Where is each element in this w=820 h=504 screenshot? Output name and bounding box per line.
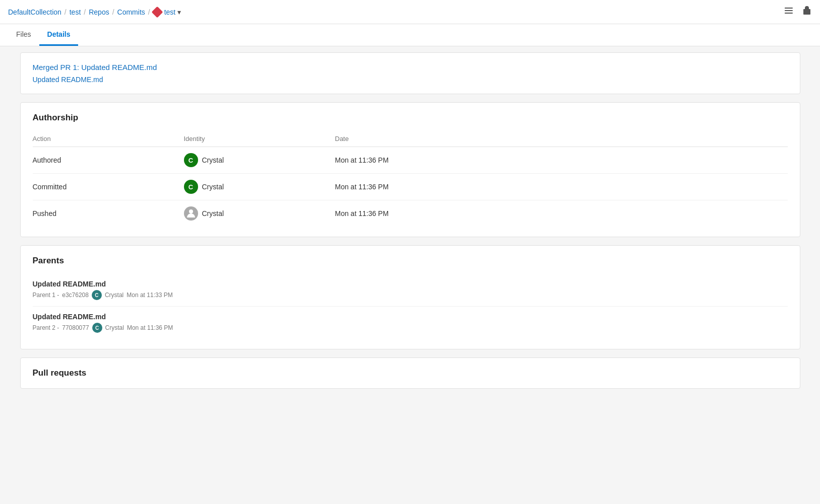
- identity-name: Crystal: [202, 209, 224, 218]
- avatar-small: C: [92, 290, 102, 300]
- breadcrumb-collection[interactable]: DefaultCollection: [8, 8, 61, 16]
- authorship-card: Authorship Action Identity Date Authored…: [20, 102, 800, 237]
- sep2: /: [84, 8, 86, 16]
- breadcrumb-repos[interactable]: Repos: [89, 8, 109, 16]
- commit-title[interactable]: Merged PR 1: Updated README.md: [33, 63, 788, 71]
- parent-commit-title[interactable]: Updated README.md: [33, 313, 788, 321]
- svg-rect-5: [785, 13, 787, 14]
- identity-name: Crystal: [202, 156, 224, 164]
- authorship-action: Authored: [33, 147, 184, 174]
- topbar-actions: [784, 6, 812, 18]
- breadcrumb-project[interactable]: test: [70, 8, 81, 16]
- breadcrumb: DefaultCollection / test / Repos / Commi…: [8, 8, 181, 16]
- parents-list: Updated README.md Parent 1 - e3c76208 C …: [33, 274, 788, 339]
- parent-hash[interactable]: 77080077: [62, 324, 89, 331]
- identity-name: Crystal: [202, 183, 224, 191]
- pull-requests-title: Pull requests: [33, 368, 788, 378]
- parent-date: Mon at 11:33 PM: [127, 292, 172, 299]
- breadcrumb-commits[interactable]: Commits: [117, 8, 145, 16]
- avatar: [184, 206, 198, 221]
- col-header-date: Date: [335, 131, 788, 147]
- authorship-table: Action Identity Date AuthoredCCrystalMon…: [33, 131, 788, 227]
- parent-meta: Parent 2 - 77080077 C Crystal Mon at 11:…: [33, 323, 788, 333]
- authorship-row: Pushed CrystalMon at 11:36 PM: [33, 200, 788, 227]
- parent-item: Updated README.md Parent 2 - 77080077 C …: [33, 307, 788, 339]
- list-icon[interactable]: [784, 6, 794, 18]
- repo-branch-wrapper[interactable]: test ▾: [153, 8, 181, 16]
- authorship-identity: CCrystal: [184, 147, 335, 174]
- tab-files[interactable]: Files: [8, 24, 39, 46]
- authorship-date: Mon at 11:36 PM: [335, 147, 788, 174]
- avatar: C: [184, 180, 198, 194]
- authorship-action: Committed: [33, 174, 184, 200]
- authorship-action: Pushed: [33, 200, 184, 227]
- tabs-bar: Files Details: [0, 24, 820, 46]
- svg-point-7: [189, 209, 193, 213]
- parent-item: Updated README.md Parent 1 - e3c76208 C …: [33, 274, 788, 307]
- parent-meta: Parent 1 - e3c76208 C Crystal Mon at 11:…: [33, 290, 788, 300]
- repo-icon: [151, 6, 163, 18]
- svg-rect-3: [785, 8, 787, 9]
- sep1: /: [65, 8, 67, 16]
- sep4: /: [148, 8, 150, 16]
- parent-label: Parent 1 -: [33, 292, 59, 299]
- col-header-action: Action: [33, 131, 184, 147]
- authorship-identity: CCrystal: [184, 174, 335, 200]
- authorship-date: Mon at 11:36 PM: [335, 200, 788, 227]
- authorship-title: Authorship: [33, 113, 788, 123]
- col-header-identity: Identity: [184, 131, 335, 147]
- topbar: DefaultCollection / test / Repos / Commi…: [0, 0, 820, 24]
- bag-icon[interactable]: [802, 6, 812, 18]
- authorship-row: CommittedCCrystalMon at 11:36 PM: [33, 174, 788, 200]
- authorship-row: AuthoredCCrystalMon at 11:36 PM: [33, 147, 788, 174]
- parent-author: Crystal: [105, 324, 124, 331]
- tab-details[interactable]: Details: [39, 24, 79, 46]
- chevron-down-icon: ▾: [177, 8, 181, 16]
- commit-subtitle[interactable]: Updated README.md: [33, 76, 788, 84]
- main-content: Merged PR 1: Updated README.md Updated R…: [12, 46, 808, 403]
- avatar: C: [184, 153, 198, 167]
- parent-author: Crystal: [105, 292, 123, 299]
- parent-date: Mon at 11:36 PM: [127, 324, 173, 331]
- parent-commit-title[interactable]: Updated README.md: [33, 280, 788, 288]
- authorship-identity: Crystal: [184, 200, 335, 227]
- parent-label: Parent 2 -: [33, 324, 59, 331]
- sep3: /: [112, 8, 114, 16]
- parent-hash[interactable]: e3c76208: [62, 292, 89, 299]
- parents-card: Parents Updated README.md Parent 1 - e3c…: [20, 245, 800, 349]
- parents-title: Parents: [33, 256, 788, 266]
- authorship-date: Mon at 11:36 PM: [335, 174, 788, 200]
- pull-requests-card: Pull requests: [20, 357, 800, 389]
- tabs: Files Details: [8, 24, 812, 46]
- commit-message-card: Merged PR 1: Updated README.md Updated R…: [20, 52, 800, 94]
- breadcrumb-repo[interactable]: test: [164, 8, 176, 16]
- avatar-small: C: [92, 323, 102, 333]
- svg-rect-4: [785, 10, 787, 11]
